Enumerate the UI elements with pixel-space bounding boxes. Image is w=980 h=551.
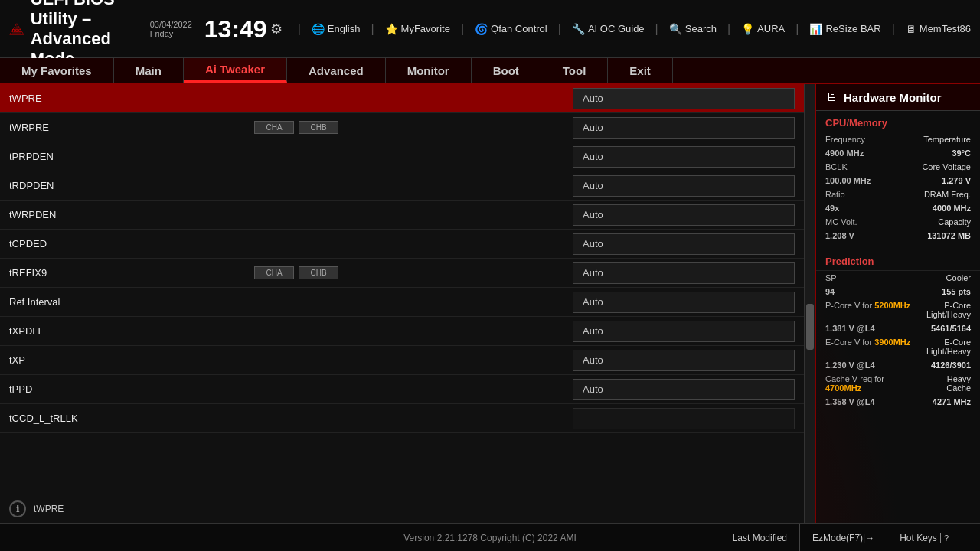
tab-exit[interactable]: Exit bbox=[608, 58, 673, 83]
hw-value-freq: 4900 MHz bbox=[825, 148, 894, 158]
nav-qfan-label: Qfan Control bbox=[491, 23, 547, 34]
table-row[interactable]: tXPDLL Auto bbox=[0, 317, 804, 346]
chb-badge: CHB bbox=[299, 266, 338, 279]
hw-row-mcvolt-values: 1.208 V 131072 MB bbox=[816, 229, 980, 243]
nav-aura[interactable]: 💡 AURA bbox=[741, 23, 785, 35]
hw-value-ecore-lh: 4126/3901 bbox=[931, 360, 971, 370]
cha-badge: CHA bbox=[254, 266, 294, 279]
scrollbar-thumb[interactable] bbox=[806, 304, 814, 350]
prediction-section-title: Prediction bbox=[816, 249, 980, 271]
hw-divider bbox=[816, 246, 980, 246]
hw-label-heavy-cache: Heavy Cache bbox=[921, 374, 971, 393]
table-row[interactable]: tWRPDEN Auto bbox=[0, 201, 804, 230]
row-value-tprpden: Auto bbox=[573, 146, 795, 168]
row-label-trdpden: tRDPDEN bbox=[9, 180, 239, 191]
hotkeys-button[interactable]: Hot Keys ? bbox=[887, 524, 965, 552]
nav-language[interactable]: 🌐 English bbox=[312, 23, 361, 35]
hw-value-heavy-cache: 4271 MHz bbox=[933, 397, 971, 406]
table-row[interactable]: tCPDED Auto bbox=[0, 230, 804, 259]
hw-value-dramfreq: 4000 MHz bbox=[933, 204, 971, 213]
row-label-trefix9: tREFIX9 bbox=[9, 267, 239, 279]
tab-aitweaker[interactable]: Ai Tweaker bbox=[184, 58, 287, 83]
table-row[interactable]: tREFIX9 CHA CHB Auto bbox=[0, 259, 804, 288]
hotkeys-icon: ? bbox=[940, 533, 952, 543]
value-box: Auto bbox=[573, 233, 795, 255]
value-box: Auto bbox=[573, 292, 795, 313]
row-value-trdpden: Auto bbox=[573, 175, 795, 197]
row-value-tppd: Auto bbox=[573, 379, 795, 400]
table-row[interactable]: tXP Auto bbox=[0, 346, 804, 375]
table-row[interactable]: Ref Interval Auto bbox=[0, 288, 804, 317]
table-row[interactable]: tCCD_L_tRLLK bbox=[0, 404, 804, 433]
nav-resizebar[interactable]: 📊 ReSize BAR bbox=[809, 23, 880, 35]
chb-badge: CHB bbox=[299, 121, 338, 134]
cha-chb-group: CHA CHB bbox=[254, 121, 338, 134]
row-label-refinterval: Ref Interval bbox=[9, 296, 239, 308]
hw-value-bclk: 100.00 MHz bbox=[825, 176, 894, 185]
nav-memtest[interactable]: 🖥 MemTest86 bbox=[906, 23, 971, 35]
monitor-screen-icon: 🖥 bbox=[825, 90, 838, 104]
tabbar: My Favorites Main Ai Tweaker Advanced Mo… bbox=[0, 58, 980, 84]
star-icon: ⭐ bbox=[385, 23, 398, 35]
monitor-icon: 🖥 bbox=[906, 23, 916, 35]
hw-value-cache-v: 1.358 V @L4 bbox=[825, 397, 894, 406]
hw-value-mcvolt: 1.208 V bbox=[825, 231, 894, 240]
tab-main[interactable]: Main bbox=[114, 58, 184, 83]
last-modified-button[interactable]: Last Modified bbox=[720, 524, 799, 552]
table-row[interactable]: tPRPDEN Auto bbox=[0, 142, 804, 171]
hw-row-frequency: Frequency Temperature bbox=[816, 132, 980, 146]
table-row[interactable]: tRDPDEN Auto bbox=[0, 171, 804, 201]
hw-value-temp: 39°C bbox=[952, 148, 971, 158]
row-value-txpdll: Auto bbox=[573, 321, 795, 342]
hw-row-frequency-values: 4900 MHz 39°C bbox=[816, 146, 980, 160]
hw-monitor-title: Hardware Monitor bbox=[844, 91, 942, 104]
hw-label-temp: Temperature bbox=[923, 135, 971, 144]
gear-icon: ⚙ bbox=[270, 21, 283, 37]
nav-myfavorite[interactable]: ⭐ MyFavorite bbox=[385, 23, 450, 35]
nav-language-label: English bbox=[328, 23, 361, 34]
hw-row-ratio: Ratio DRAM Freq. bbox=[816, 187, 980, 201]
nav-resizebar-label: ReSize BAR bbox=[825, 23, 880, 34]
last-modified-label: Last Modified bbox=[733, 533, 787, 543]
row-value-tcpded: Auto bbox=[573, 233, 795, 255]
table-row[interactable]: tWPRE Auto bbox=[0, 84, 804, 113]
scrollbar-track[interactable] bbox=[804, 84, 815, 523]
nav-myfavorite-label: MyFavorite bbox=[401, 23, 450, 34]
table-row[interactable]: tPPD Auto bbox=[0, 375, 804, 404]
info-text: tWPRE bbox=[34, 504, 64, 514]
tab-boot[interactable]: Boot bbox=[472, 58, 541, 83]
nav-aioc-label: AI OC Guide bbox=[588, 23, 645, 34]
hw-row-sp: SP Cooler bbox=[816, 271, 980, 285]
tab-tool[interactable]: Tool bbox=[541, 58, 609, 83]
header: ROG UEFI BIOS Utility – Advanced Mode 03… bbox=[0, 0, 980, 58]
hw-value-pcore-lh: 5461/5164 bbox=[931, 324, 971, 333]
hw-label-ecore-lh: E-CoreLight/Heavy bbox=[926, 337, 971, 356]
main-content: tWPRE Auto tWRPRE CHA CHB Auto tPRPDEN A… bbox=[0, 84, 980, 523]
tab-advanced[interactable]: Advanced bbox=[287, 58, 386, 83]
pcore-freq: 5200MHz bbox=[874, 301, 910, 310]
hw-label-ratio: Ratio bbox=[825, 190, 894, 199]
fan-icon: 🌀 bbox=[475, 23, 488, 35]
row-label-txp: tXP bbox=[9, 354, 239, 366]
nav-qfan[interactable]: 🌀 Qfan Control bbox=[475, 23, 547, 35]
hw-row-bclk: BCLK Core Voltage bbox=[816, 160, 980, 174]
hw-value-cooler: 155 pts bbox=[942, 287, 971, 296]
nav-aioc[interactable]: 🔧 AI OC Guide bbox=[572, 23, 645, 35]
nav-memtest-label: MemTest86 bbox=[920, 23, 971, 34]
nav-search[interactable]: 🔍 Search bbox=[669, 23, 717, 35]
hw-row-ecore-label: E-Core V for 3900MHz E-CoreLight/Heavy bbox=[816, 335, 980, 358]
nav-search-label: Search bbox=[685, 23, 717, 34]
clock-time: 13:49 bbox=[204, 17, 267, 41]
tab-monitor[interactable]: Monitor bbox=[386, 58, 472, 83]
hw-label-bclk: BCLK bbox=[825, 162, 894, 171]
tab-favorites[interactable]: My Favorites bbox=[0, 58, 114, 83]
ezmode-button[interactable]: EzMode(F7)|→ bbox=[799, 524, 887, 552]
hw-row-cache-values: 1.358 V @L4 4271 MHz bbox=[816, 395, 980, 409]
hw-label-capacity: Capacity bbox=[938, 217, 971, 227]
table-row[interactable]: tWRPRE CHA CHB Auto bbox=[0, 113, 804, 142]
hw-label-sp: SP bbox=[825, 273, 894, 282]
value-box: Auto bbox=[573, 88, 795, 109]
row-value-tccd bbox=[573, 408, 795, 429]
ecore-freq: 3900MHz bbox=[874, 337, 910, 347]
hw-value-capacity: 131072 MB bbox=[927, 231, 971, 240]
